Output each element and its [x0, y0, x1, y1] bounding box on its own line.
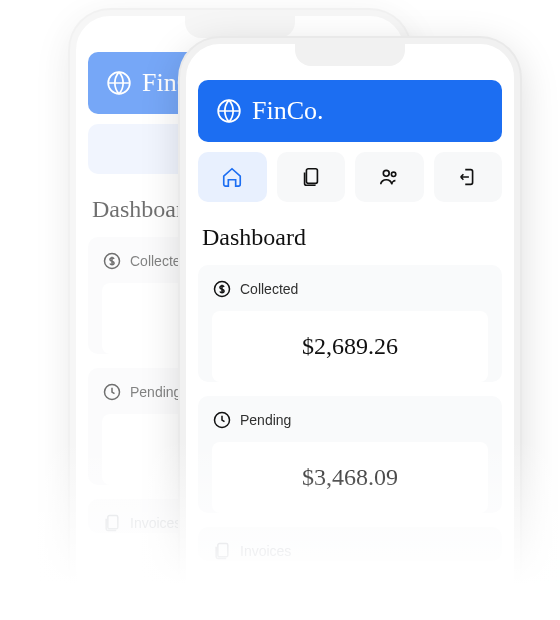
globe-icon	[216, 98, 242, 124]
collected-value: $2,689.26	[302, 333, 398, 359]
dollar-icon	[212, 279, 232, 299]
nav-home[interactable]	[198, 152, 267, 202]
card-invoices: Invoices	[198, 527, 502, 561]
card-collected: Collected $2,689.26	[198, 265, 502, 382]
nav-logout[interactable]	[434, 152, 503, 202]
nav-users[interactable]	[355, 152, 424, 202]
page-title: Dashboard	[202, 224, 498, 251]
svg-rect-10	[218, 544, 228, 557]
phone-notch	[295, 44, 405, 66]
phone-mockup-front: FinCo. Dashboard Collected $2,689.2	[180, 38, 520, 620]
svg-point-7	[392, 172, 396, 176]
nav-bar	[198, 152, 502, 202]
card-label: Pending	[130, 384, 181, 400]
users-icon	[378, 166, 400, 188]
pending-value: $3,468.09	[302, 464, 398, 490]
home-icon	[221, 166, 243, 188]
logout-icon	[457, 166, 479, 188]
brand-name: FinCo.	[252, 96, 324, 126]
svg-point-6	[384, 170, 390, 176]
svg-rect-3	[108, 516, 118, 529]
card-label: Invoices	[130, 515, 181, 531]
phone-notch	[185, 16, 295, 38]
document-icon	[102, 513, 122, 533]
clock-icon	[102, 382, 122, 402]
clock-icon	[212, 410, 232, 430]
document-icon	[300, 166, 322, 188]
card-pending: Pending $3,468.09	[198, 396, 502, 513]
card-label: Pending	[240, 412, 291, 428]
app-header: FinCo.	[198, 80, 502, 142]
card-label: Invoices	[240, 543, 291, 559]
dollar-icon	[102, 251, 122, 271]
svg-rect-5	[306, 169, 317, 184]
document-icon	[212, 541, 232, 561]
nav-documents[interactable]	[277, 152, 346, 202]
card-label: Collected	[240, 281, 298, 297]
globe-icon	[106, 70, 132, 96]
